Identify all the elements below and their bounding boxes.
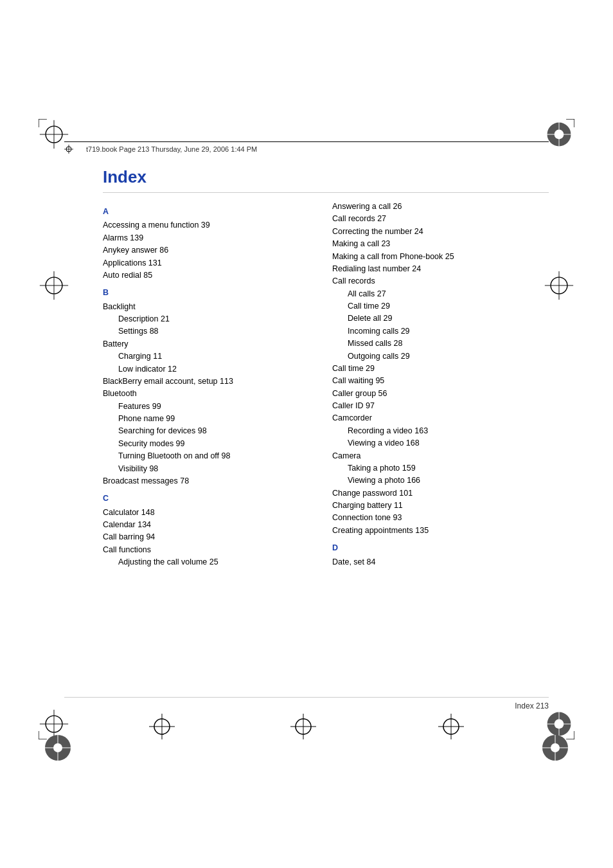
entry-making-call: Making a call 23 [332,238,549,250]
entry-applications: Applications 131 [103,257,319,269]
entry-bluetooth-security: Security modes 99 [118,438,319,450]
entry-making-call-phonebook: Making a call from Phone-book 25 [332,251,549,263]
entry-call-adjusting-volume: Adjusting the call volume 25 [118,556,319,568]
header-crosshair-icon [64,145,73,154]
section-c-letter: C [103,493,319,505]
entry-backlight-desc: Description 21 [118,313,319,325]
entry-call-time-29: Call time 29 [348,300,549,312]
entry-creating-appointments: Creating appointments 135 [332,525,549,537]
entry-connection-tone: Connection tone 93 [332,512,549,524]
entry-backlight: Backlight [103,301,319,313]
entry-camera: Camera [332,450,549,462]
entry-anykey: Anykey answer 86 [103,244,319,257]
entry-battery-charging: Charging 11 [118,350,319,363]
entry-bluetooth-turning: Turning Bluetooth on and off 98 [118,450,319,462]
page-footer: Index 213 [64,697,549,710]
reg-mark-bottom-2 [148,712,176,741]
entry-bluetooth: Bluetooth [103,388,319,400]
entry-call-records-header: Call records [332,275,549,287]
entry-camcorder: Camcorder [332,412,549,424]
page-title: Index [103,167,549,193]
entry-alarms: Alarms 139 [103,232,319,244]
entry-bluetooth-phone-name: Phone name 99 [118,413,319,425]
entry-date-set: Date, set 84 [332,556,549,568]
reg-mark-bottom-3 [437,712,465,741]
page-content: Index A Accessing a menu function 39 Ala… [103,167,549,714]
entry-blackberry: BlackBerry email account, setup 113 [103,375,319,388]
header-text: t719.book Page 213 Thursday, June 29, 20… [86,145,257,153]
entry-calendar: Calendar 134 [103,519,319,531]
entry-auto-redial: Auto redial 85 [103,269,319,282]
entry-call-waiting: Call waiting 95 [332,375,549,387]
entry-redialing: Redialing last number 24 [332,263,549,275]
entry-caller-id: Caller ID 97 [332,400,549,412]
reg-mark-mid-left [39,270,69,301]
entry-bluetooth-features: Features 99 [118,401,319,413]
entry-charging-battery: Charging battery 11 [332,500,549,512]
entry-call-time: Call time 29 [332,363,549,375]
entry-viewing-photo: Viewing a photo 166 [348,475,549,487]
entry-recording-video: Recording a video 163 [348,425,549,437]
entry-answering-call: Answering a call 26 [332,201,549,213]
section-b-letter: B [103,287,319,299]
bottom-circle-right [541,734,569,762]
entry-calculator: Calculator 148 [103,507,319,519]
entry-battery: Battery [103,338,319,350]
entry-broadcast: Broadcast messages 78 [103,475,319,487]
entry-bluetooth-searching: Searching for devices 98 [118,425,319,437]
entry-incoming-calls: Incoming calls 29 [348,325,549,338]
entry-battery-low: Low indicator 12 [118,363,319,375]
footer-text: Index 213 [515,701,549,710]
entry-taking-photo: Taking a photo 159 [348,462,549,475]
entry-viewing-video: Viewing a video 168 [348,437,549,449]
section-a-letter: A [103,206,319,218]
right-column: Answering a call 26 Call records 27 Corr… [332,201,549,569]
entry-correcting-number: Correcting the number 24 [332,226,549,238]
entry-delete-all: Delete all 29 [348,312,549,325]
reg-mark-bottom-mid [289,712,317,741]
left-column: A Accessing a menu function 39 Alarms 13… [103,201,319,569]
entry-caller-group: Caller group 56 [332,388,549,400]
entry-call-barring: Call barring 94 [103,531,319,543]
index-body: A Accessing a menu function 39 Alarms 13… [103,201,549,569]
entry-missed-calls: Missed calls 28 [348,338,549,350]
entry-bluetooth-visibility: Visibility 98 [118,463,319,475]
entry-call-records-27: Call records 27 [332,213,549,225]
entry-all-calls: All calls 27 [348,288,549,300]
entry-backlight-settings: Settings 88 [118,325,319,338]
entry-call-functions: Call functions [103,544,319,556]
section-d-letter: D [332,542,549,554]
bottom-circle-left [44,734,72,762]
entry-accessing-menu: Accessing a menu function 39 [103,219,319,231]
entry-change-password: Change password 101 [332,487,549,500]
entry-outgoing-calls: Outgoing calls 29 [348,350,549,363]
header-bar: t719.book Page 213 Thursday, June 29, 20… [64,141,549,156]
